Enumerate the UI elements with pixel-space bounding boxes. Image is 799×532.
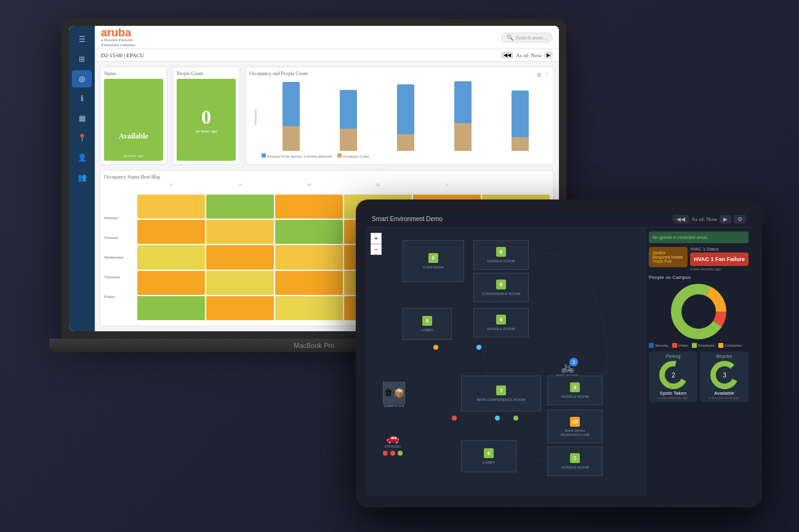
asof-label: As of: Now — [516, 52, 542, 58]
sidebar-item-dashboard[interactable]: ⊞ — [72, 50, 92, 68]
parking-dot-1 — [383, 451, 388, 456]
alert-orange-text: Janitor Required Inside Trash Full — [652, 251, 683, 264]
cell-fri-1 — [206, 296, 274, 320]
sidebar-item-user[interactable]: 👤 — [72, 149, 92, 166]
parking-dot-3 — [398, 451, 403, 456]
bicycles-card: Bicycles 3 Available a few seconds ago — [700, 352, 749, 402]
parking-label-text: Spots Taken — [660, 390, 687, 396]
bar-teal-3 — [397, 84, 414, 134]
parking-label: PARKING — [385, 445, 401, 448]
parking-dot-2 — [390, 451, 395, 456]
zoom-out-button[interactable]: − — [371, 244, 382, 255]
research-label: RESEARCH LAB — [561, 433, 589, 437]
zoom-in-button[interactable]: + — [371, 233, 382, 244]
heatmap-title: Occupancy Status Heat Map — [104, 174, 550, 180]
huddle2-count: 0 — [496, 315, 506, 324]
sidebar-item-users[interactable]: 👥 — [72, 169, 92, 186]
legend-visitor-color — [672, 343, 677, 348]
col-header-12: 12 — [344, 182, 412, 193]
chart-header: Occupancy and People Count ⚙ ⋮ — [249, 71, 550, 79]
tablet-settings[interactable]: ⚙ — [734, 215, 746, 224]
parking-dots — [383, 451, 403, 456]
tablet-panel: No guests in restricted areas. Janitor R… — [644, 228, 752, 496]
tablet-forward[interactable]: ▶ — [720, 215, 731, 224]
huddle1-label: HUDDLE ROOM — [487, 259, 515, 263]
donut-chart — [671, 284, 726, 339]
people-campus-title: People on Campus — [649, 275, 749, 280]
hvac-status: HVAC 1 Fan Failure — [690, 252, 749, 266]
cell-thu-1 — [206, 271, 274, 295]
legend-contractor-label: Contractor — [725, 344, 742, 347]
legend-visitor-label: Visitor — [678, 344, 689, 347]
bar-brown-2 — [340, 129, 357, 151]
status-time: an hour ago — [119, 153, 148, 158]
map-controls: + − — [371, 233, 382, 255]
research-count: 10 — [570, 417, 580, 427]
tablet: Smart Environment Demo ◀◀ As of: Now ▶ ⚙… — [356, 200, 762, 507]
cell-wed-1 — [206, 245, 274, 269]
cell-mon-0 — [137, 195, 205, 219]
people-time: an hour ago — [195, 129, 217, 134]
sidebar-item-location[interactable]: ◎ — [72, 70, 92, 87]
sidebar-item-info[interactable]: ℹ — [72, 90, 92, 107]
sidebar-item-menu[interactable]: ☰ — [72, 31, 92, 48]
legend-security-color — [649, 343, 654, 348]
alert-green-card: No guests in restricted areas. — [649, 232, 749, 243]
bar-group-3 — [379, 84, 432, 151]
aruba-header: aruba a Hewlett PackardEnterprise compan… — [95, 26, 559, 49]
people-card-title: People Count — [177, 71, 236, 76]
room-research: 10 Send Janitor RESEARCH LAB — [547, 409, 603, 443]
search-bar[interactable]: 🔍 Search asset... — [501, 33, 553, 42]
huddle3-count: 0 — [570, 382, 580, 392]
legend-dot-teal — [262, 153, 266, 158]
room-huddle1: 0 HUDDLE ROOM — [473, 240, 529, 270]
alert-green-text: No guests in restricted areas. — [652, 235, 709, 240]
col-header-10: 10 — [275, 182, 343, 193]
dot-2 — [476, 345, 481, 350]
sidebar-item-grid[interactable]: ▦ — [72, 110, 92, 127]
room-huddle3: 0 HUDDLE ROOM — [547, 376, 603, 405]
dot-1 — [433, 345, 438, 350]
nav-forward[interactable]: ▶ — [544, 52, 553, 58]
bar-group-5 — [494, 91, 547, 151]
bar-teal-1 — [283, 82, 300, 126]
status-green: Available an hour ago — [104, 79, 163, 161]
bar-brown-4 — [454, 123, 472, 151]
research-sublabel: Send Janitor — [564, 429, 585, 432]
parking-card: Parking 2 Spots Taken a few seconds ago — [649, 352, 697, 402]
trash-icon: 🗑 — [384, 388, 393, 398]
chart-card: Occupancy and People Count ⚙ ⋮ Presence — [245, 66, 554, 165]
chart-title: Occupancy and People Count — [249, 71, 308, 76]
col-header-extra — [482, 182, 550, 193]
cell-thu-2 — [275, 271, 343, 295]
tablet-back[interactable]: ◀◀ — [673, 215, 689, 224]
heatmap-row-tuesday: Tuesday — [104, 228, 135, 247]
tablet-map: + − 0 CAFETERIA 0 HUDDLE ROOM — [366, 228, 644, 496]
room-huddle2: 0 HUDDLE ROOM — [473, 308, 529, 337]
sidebar-item-pin[interactable]: 📍 — [72, 129, 92, 147]
bar-teal-2 — [340, 90, 357, 129]
donut-container — [649, 281, 749, 342]
room-cafeteria: 0 CAFETERIA — [403, 240, 464, 282]
parking-area: 🚗 PARKING — [383, 431, 403, 456]
campus-legend: Security Visitor Employee — [649, 343, 749, 348]
dumpster-area: 🗑 📦 DUMPSTER — [383, 382, 405, 408]
tablet-header: Smart Environment Demo ◀◀ As of: Now ▶ ⚙ — [366, 211, 752, 228]
bike-count: 3 — [569, 358, 578, 366]
parking-time: a few seconds ago — [657, 396, 688, 400]
bar-teal-4 — [454, 81, 472, 123]
dot-3 — [452, 416, 457, 421]
nav-back[interactable]: ◀◀ — [501, 52, 513, 58]
bar-brown-1 — [283, 126, 300, 151]
cell-mon-1 — [206, 195, 274, 219]
bar-brown-3 — [397, 134, 414, 151]
cafeteria-count: 0 — [428, 253, 438, 263]
chart-area — [262, 81, 550, 151]
main-conf-count: 3 — [496, 385, 506, 395]
breadcrumb: D2-15-00 | EPACU ◀◀ As of: Now ▶ — [95, 49, 559, 62]
col-header-8: 8 — [206, 182, 274, 193]
legend-dot-brown — [337, 153, 342, 158]
legend-security: Security — [649, 343, 669, 348]
legend-employee: Employee — [692, 343, 715, 348]
hvac-section: Janitor Required Inside Trash Full HVAC … — [649, 247, 749, 271]
